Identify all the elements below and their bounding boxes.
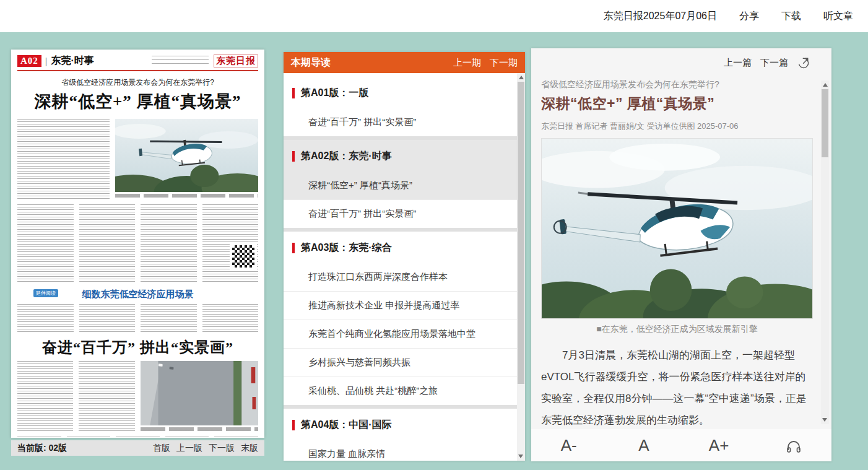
helicopter-photo-small — [115, 119, 258, 199]
article-reader-panel: 上一篇 下一篇 省级低空经济应用场景发布会为何在东莞举行? 深耕“低空+” 厚植… — [531, 48, 831, 461]
article-paragraph: 7月3日清晨，东莞松山湖的湖面上空，一架超轻型eVTOL飞行器缓缓升空，将一份紧… — [541, 345, 813, 429]
font-reset-button[interactable]: A — [606, 429, 681, 461]
page-navigation-bar: 当前版: 02版 首版 上一版 下一版 末版 — [11, 440, 264, 456]
text-column-placeholder — [17, 119, 110, 199]
guide-section-label: 第A04版：中国·国际 — [301, 419, 392, 432]
text-column-placeholder — [79, 204, 136, 284]
guide-section-a01[interactable]: 第A01版：一版 — [284, 77, 517, 108]
photo-caption-placeholder — [115, 194, 258, 198]
traffic-photo-graphic — [141, 361, 258, 425]
guide-section-a04[interactable]: 第A04版：中国·国际 — [284, 409, 517, 440]
article-kicker: 省级低空经济应用场景发布会为何在东莞举行? — [541, 79, 813, 90]
guide-section-label: 第A02版：东莞·时事 — [301, 150, 392, 163]
font-increase-button[interactable]: A+ — [682, 429, 757, 461]
font-decrease-button[interactable]: A- — [531, 429, 606, 461]
text-column-placeholder — [17, 204, 74, 284]
article-byline: 东莞日报 首席记者 曹丽娟/文 受访单位供图 2025-07-06 — [541, 121, 813, 132]
current-page-label: 当前版: 02版 — [17, 443, 67, 454]
guide-title: 本期导读 — [291, 56, 331, 69]
newspaper-page-header: A02 | 东莞·时事 东莞日报 — [17, 54, 258, 71]
scroll-up-icon[interactable] — [823, 83, 828, 87]
article-content: 省级低空经济应用场景发布会为何在东莞举行? 深耕“低空+” 厚植“真场景” 东莞… — [541, 77, 813, 429]
last-page-link[interactable]: 末版 — [241, 443, 258, 454]
guide-item[interactable]: 奋进“百千万” 拼出“实景画” — [284, 199, 517, 228]
guide-header: 本期导读 上一期 下一期 — [284, 52, 525, 73]
article-scrollbar[interactable] — [821, 81, 829, 424]
red-bar-icon — [292, 243, 295, 253]
prev-page-link[interactable]: 上一版 — [176, 443, 202, 454]
prev-article-link[interactable]: 上一篇 — [724, 57, 752, 69]
masthead-logo: 东莞日报 — [214, 54, 258, 67]
newspaper-page-image[interactable]: A02 | 东莞·时事 东莞日报 省级低空经济应用场景发布会为何在东莞举行? 深… — [11, 50, 264, 438]
helicopter-photo-small-graphic — [115, 119, 258, 192]
guide-item[interactable]: 打造珠江口东西两岸深度合作样本 — [284, 263, 517, 291]
listen-button[interactable] — [757, 429, 831, 461]
next-page-link[interactable]: 下一版 — [209, 443, 235, 454]
edition-meta-text — [152, 56, 209, 67]
red-bar-icon — [292, 88, 295, 98]
guide-list: 第A01版：一版 奋进“百千万” 拼出“实景画” 第A02版：东莞·时事 深耕“… — [284, 73, 517, 461]
newspaper-page-panel: A02 | 东莞·时事 东莞日报 省级低空经济应用场景发布会为何在东莞举行? 深… — [11, 50, 264, 456]
first-page-link[interactable]: 首版 — [153, 443, 170, 454]
second-article-headline: 奋进“百千万” 拼出“实景画” — [17, 337, 258, 357]
photo-caption-placeholder — [141, 427, 258, 431]
page-code-badge: A02 — [17, 55, 41, 67]
text-column-placeholder — [202, 204, 259, 284]
share-link[interactable]: 分享 — [739, 10, 759, 23]
scrollbar-thumb[interactable] — [518, 82, 524, 384]
helicopter-photo-graphic — [541, 138, 813, 319]
text-column-placeholder — [141, 204, 197, 284]
text-column-placeholder — [141, 304, 197, 333]
listen-article-link[interactable]: 听文章 — [823, 10, 853, 23]
text-column-placeholder — [214, 437, 258, 438]
guide-section-label: 第A03版：东莞·综合 — [301, 242, 392, 255]
page-section-label: 东莞·时事 — [51, 54, 93, 67]
traffic-photo — [141, 361, 258, 432]
guide-item[interactable]: 推进高新技术企业 申报并提高通过率 — [284, 291, 517, 320]
download-link[interactable]: 下载 — [781, 10, 801, 23]
guide-item[interactable]: 乡村振兴与慈善同频共振 — [284, 348, 517, 376]
sub-article-headline: 细数东莞低空经济应用场景 — [82, 289, 194, 299]
text-column-placeholder — [67, 437, 111, 438]
guide-section-a03[interactable]: 第A03版：东莞·综合 — [284, 232, 517, 263]
article-toolbar: A- A A+ — [531, 429, 831, 461]
issue-date: 东莞日报2025年07月06日 — [604, 10, 717, 23]
next-article-link[interactable]: 下一篇 — [760, 57, 788, 69]
issue-guide-panel: 本期导读 上一期 下一期 第A01版：一版 奋进“百千万” 拼出“实景画” 第A… — [284, 52, 525, 461]
headphones-icon — [786, 438, 802, 455]
scroll-down-icon[interactable] — [822, 418, 827, 422]
scroll-up-icon[interactable] — [519, 76, 524, 79]
next-issue-link[interactable]: 下一期 — [490, 57, 518, 69]
text-column-placeholder — [165, 437, 209, 438]
expand-icon[interactable] — [797, 56, 810, 69]
text-column-placeholder — [17, 437, 61, 438]
guide-section-label: 第A01版：一版 — [301, 87, 368, 100]
photo-caption: ■在东莞，低空经济正成为区域发展新引擎 — [541, 324, 813, 335]
front-article-kicker: 省级低空经济应用场景发布会为何在东莞举行? — [17, 77, 258, 88]
text-column-placeholder — [79, 304, 136, 333]
scrollbar-thumb[interactable] — [822, 89, 828, 157]
text-column-placeholder — [17, 361, 73, 432]
red-bar-icon — [292, 151, 295, 162]
qr-code — [232, 245, 254, 268]
text-column-placeholder — [202, 304, 259, 333]
header-separator: | — [45, 56, 48, 66]
guide-item[interactable]: 东莞首个纯商业化氢能应用场景落地中堂 — [284, 320, 517, 348]
scroll-down-icon[interactable] — [518, 455, 523, 458]
text-column-placeholder — [116, 437, 160, 438]
helicopter-photo — [541, 138, 813, 319]
guide-section-a02[interactable]: 第A02版：东莞·时事 — [284, 140, 517, 172]
guide-item[interactable]: 国家力量 血脉亲情 — [284, 440, 517, 461]
guide-item[interactable]: 采仙桃、品仙桃 共赴“桃醉”之旅 — [284, 376, 517, 405]
top-bar: 东莞日报2025年07月06日 分享 下载 听文章 — [0, 0, 868, 32]
prev-issue-link[interactable]: 上一期 — [453, 57, 481, 69]
guide-scrollbar[interactable] — [517, 73, 525, 461]
guide-item-active[interactable]: 深耕“低空+” 厚植“真场景” — [284, 172, 517, 199]
guide-item[interactable]: 奋进“百千万” 拼出“实景画” — [284, 108, 517, 136]
text-column-placeholder — [17, 304, 74, 333]
front-article-headline: 深耕“低空+” 厚植“真场景” — [17, 90, 258, 113]
extended-reading-tag: 延伸阅读 — [33, 289, 58, 297]
text-column-placeholder — [79, 361, 134, 432]
article-title: 深耕“低空+” 厚植“真场景” — [541, 94, 813, 113]
red-bar-icon — [292, 420, 295, 430]
